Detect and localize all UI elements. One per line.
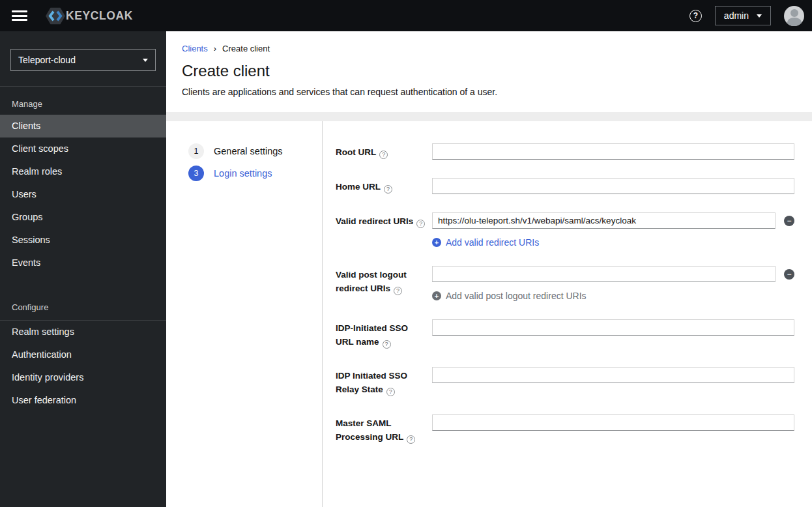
help-icon[interactable]: ? (383, 340, 391, 349)
help-icon[interactable]: ? (394, 287, 402, 295)
main-content: Clients › Create client Create client Cl… (166, 31, 812, 507)
field-root-url: Root URL? (336, 143, 794, 160)
sidebar-item-sessions[interactable]: Sessions (0, 229, 166, 252)
master-saml-processing-url-input[interactable] (432, 414, 794, 431)
field-idp-initiated-sso-url-name: IDP-Initiated SSO URL name? (336, 319, 794, 349)
home-url-input-col (432, 178, 794, 194)
field-master-saml-processing-url: Master SAML Processing URL? (336, 414, 794, 444)
sidebar: Teleport-cloud ManageClientsClient scope… (0, 31, 166, 507)
valid-post-logout-redirect-uris-input[interactable] (432, 266, 776, 282)
chevron-right-icon: › (214, 44, 216, 53)
breadcrumb-current: Create client (222, 44, 270, 53)
root-url-input-col (432, 143, 794, 160)
idp-initiated-sso-relay-state-input[interactable] (432, 367, 794, 383)
idp-initiated-sso-url-name-input-line (432, 319, 794, 336)
nav-section-title-manage: Manage (0, 87, 166, 115)
minus-circle-icon[interactable]: − (784, 216, 794, 226)
sidebar-item-authentication[interactable]: Authentication (0, 343, 166, 366)
field-idp-initiated-sso-relay-state: IDP Initiated SSO Relay State? (336, 367, 794, 396)
help-icon[interactable]: ? (407, 435, 415, 444)
breadcrumb-link-clients[interactable]: Clients (182, 44, 208, 53)
login-settings-form: Root URL?Home URL?Valid redirect URIs?−+… (323, 121, 812, 507)
minus-circle-icon[interactable]: − (784, 269, 794, 280)
keycloak-logo-icon (46, 7, 65, 25)
home-url-input[interactable] (432, 178, 794, 194)
realm-selector-dropdown[interactable]: Teleport-cloud (10, 49, 156, 71)
page-title: Create client (182, 62, 796, 80)
root-url-label: Root URL? (336, 143, 432, 160)
sidebar-item-user-federation[interactable]: User federation (0, 389, 166, 412)
valid-post-logout-redirect-uris-label: Valid post logout redirect URIs? (336, 266, 432, 301)
page-header: Clients › Create client Create client Cl… (166, 31, 812, 112)
sidebar-item-groups[interactable]: Groups (0, 206, 166, 229)
help-icon[interactable]: ? (384, 185, 392, 194)
idp-initiated-sso-url-name-input[interactable] (432, 319, 794, 336)
idp-initiated-sso-relay-state-input-line (432, 367, 794, 383)
step-label: Login settings (214, 168, 272, 179)
wizard-step-login-settings[interactable]: 3Login settings (166, 162, 322, 184)
idp-initiated-sso-url-name-input-col (432, 319, 794, 349)
valid-post-logout-redirect-uris-input-col: −+Add valid post logout redirect URIs (432, 266, 794, 301)
add-link-label: Add valid post logout redirect URIs (446, 291, 587, 301)
sidebar-item-realm-settings[interactable]: Realm settings (0, 321, 166, 343)
avatar[interactable] (784, 6, 804, 26)
page-subtitle: Clients are applications and services th… (182, 87, 796, 97)
field-valid-post-logout-redirect-uris: Valid post logout redirect URIs?−+Add va… (336, 266, 794, 301)
wizard-step-general-settings[interactable]: 1General settings (166, 140, 322, 162)
step-number-badge: 1 (188, 143, 204, 159)
help-icon[interactable]: ? (416, 220, 425, 228)
root-url-input-line (432, 143, 794, 160)
breadcrumb: Clients › Create client (182, 44, 796, 53)
valid-redirect-uris-input-line: − (432, 212, 794, 229)
content: 1General settings3Login settings Root UR… (166, 121, 812, 507)
wizard-nav: 1General settings3Login settings (166, 121, 323, 507)
help-icon[interactable]: ? (386, 388, 395, 396)
root-url-input[interactable] (432, 143, 794, 160)
idp-initiated-sso-url-name-label: IDP-Initiated SSO URL name? (336, 319, 432, 349)
sidebar-item-client-scopes[interactable]: Client scopes (0, 138, 166, 160)
chevron-down-icon (143, 59, 148, 62)
field-home-url: Home URL? (336, 178, 794, 194)
hamburger-menu-icon[interactable] (12, 10, 27, 21)
user-menu-dropdown[interactable]: admin (715, 6, 771, 25)
valid-redirect-uris-label: Valid redirect URIs? (336, 212, 432, 248)
plus-circle-icon: + (432, 291, 441, 300)
master-saml-processing-url-label: Master SAML Processing URL? (336, 414, 432, 444)
add-valid-post-logout-redirect-uris-button[interactable]: +Add valid post logout redirect URIs (432, 291, 587, 301)
nav-section-title-configure: Configure (0, 290, 166, 318)
valid-redirect-uris-input[interactable] (432, 212, 776, 229)
brand-text: KEYCLOAK (66, 9, 133, 23)
home-url-input-line (432, 178, 794, 194)
help-icon[interactable]: ? (379, 151, 388, 159)
home-url-label: Home URL? (336, 178, 432, 194)
valid-post-logout-redirect-uris-input-line: − (432, 266, 794, 282)
chevron-down-icon (757, 14, 762, 18)
realm-selector-label: Teleport-cloud (18, 55, 76, 65)
step-label: General settings (214, 146, 283, 156)
sidebar-item-clients[interactable]: Clients (0, 115, 166, 138)
sidebar-item-realm-roles[interactable]: Realm roles (0, 160, 166, 183)
sidebar-item-identity-providers[interactable]: Identity providers (0, 366, 166, 389)
master-saml-processing-url-input-col (432, 414, 794, 444)
field-valid-redirect-uris: Valid redirect URIs?−+Add valid redirect… (336, 212, 794, 248)
sidebar-item-events[interactable]: Events (0, 252, 166, 274)
idp-initiated-sso-relay-state-input-col (432, 367, 794, 396)
header-divider-band (166, 112, 812, 121)
master-saml-processing-url-input-line (432, 414, 794, 431)
add-valid-redirect-uris-button[interactable]: +Add valid redirect URIs (432, 237, 539, 248)
sidebar-nav: ManageClientsClient scopesRealm rolesUse… (0, 87, 166, 412)
idp-initiated-sso-relay-state-label: IDP Initiated SSO Relay State? (336, 367, 432, 396)
plus-circle-icon: + (432, 238, 441, 247)
realm-selector-section: Teleport-cloud (0, 31, 166, 87)
masthead: KEYCLOAK ? admin (0, 0, 812, 31)
add-link-label: Add valid redirect URIs (446, 237, 539, 248)
help-icon[interactable]: ? (689, 10, 702, 22)
sidebar-item-users[interactable]: Users (0, 183, 166, 206)
valid-redirect-uris-input-col: −+Add valid redirect URIs (432, 212, 794, 248)
keycloak-logo[interactable]: KEYCLOAK (46, 7, 133, 25)
step-number-badge: 3 (188, 166, 204, 181)
user-menu-label: admin (724, 10, 749, 21)
